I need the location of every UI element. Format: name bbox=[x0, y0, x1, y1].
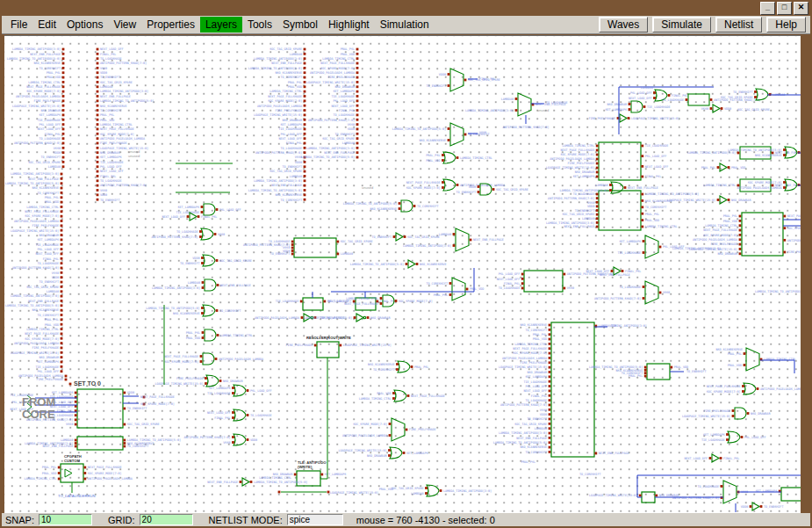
pin[interactable] bbox=[448, 139, 450, 141]
pin[interactable] bbox=[356, 114, 359, 117]
net-label[interactable]: PRAL_PSL bbox=[45, 318, 59, 322]
net-label[interactable]: PRAL_VDD bbox=[470, 287, 484, 291]
net-label[interactable]: TO_CORESHIFT bbox=[579, 473, 601, 476]
menu-item-tools[interactable]: Tools bbox=[242, 17, 277, 33]
pin[interactable] bbox=[61, 365, 63, 368]
annotation-label[interactable]: unused bbox=[128, 154, 140, 158]
pin[interactable] bbox=[549, 324, 551, 327]
pin[interactable] bbox=[643, 297, 645, 300]
net-label[interactable]: TO_LOADSHADE bbox=[663, 98, 685, 102]
pin[interactable] bbox=[596, 167, 599, 170]
net-label[interactable]: PSL_LOAD_OFF bbox=[38, 248, 60, 251]
net-label[interactable]: NSO_DRAWBAR bbox=[41, 109, 61, 112]
pin[interactable] bbox=[61, 177, 63, 180]
pin[interactable] bbox=[739, 229, 742, 232]
pin[interactable] bbox=[466, 288, 469, 291]
net-label[interactable]: NEXT_ENB_FULLPAGE bbox=[516, 437, 547, 440]
net-label[interactable]: VDD0 bbox=[52, 276, 59, 279]
pin[interactable] bbox=[783, 239, 786, 242]
net-label[interactable]: NEXT_PAGE_FULLSHADE bbox=[25, 332, 59, 336]
pin[interactable] bbox=[75, 414, 77, 416]
pin[interactable] bbox=[747, 412, 750, 415]
pin[interactable] bbox=[629, 103, 631, 105]
pin[interactable] bbox=[356, 76, 359, 79]
pin[interactable] bbox=[750, 505, 752, 508]
pin[interactable] bbox=[721, 485, 723, 488]
pin[interactable] bbox=[464, 79, 467, 82]
pin[interactable] bbox=[304, 175, 306, 177]
net-label[interactable]: FINAL_PSL bbox=[531, 394, 547, 398]
net-label[interactable]: ANTIPODO_PAGELOADS_LAMBDA bbox=[550, 157, 594, 161]
net-label[interactable]: LAMBDA_TIMING_ANTIPODO[3:0] bbox=[672, 247, 721, 250]
pin[interactable] bbox=[659, 246, 662, 249]
net-label[interactable]: PRAL_VDD bbox=[45, 323, 59, 327]
pin[interactable] bbox=[304, 137, 306, 140]
pin[interactable] bbox=[62, 137, 65, 140]
pin[interactable] bbox=[356, 137, 359, 140]
net-label[interactable]: NEXT_LOAD_OFF bbox=[100, 47, 124, 51]
pin[interactable] bbox=[61, 361, 63, 364]
net-label[interactable]: SET_LAMBDAPS bbox=[100, 156, 122, 159]
net-label[interactable]: LOADPAGE_TIMING_WRITE[15:0] bbox=[343, 344, 392, 347]
net-label[interactable]: SOC_TAG_GRID_SPARE bbox=[28, 161, 61, 164]
net-label[interactable]: LAMBDA0 bbox=[290, 53, 302, 56]
net-label[interactable]: PRAL_VDD bbox=[288, 85, 302, 89]
pin[interactable] bbox=[356, 151, 359, 154]
pin[interactable] bbox=[549, 390, 551, 393]
pin[interactable] bbox=[97, 147, 99, 149]
pin[interactable] bbox=[596, 217, 599, 220]
net-label[interactable]: SOC_TAG_GRID_SPARE bbox=[341, 240, 373, 243]
net-label[interactable]: LOADPAGE_TIMING_WRITE[15:0] bbox=[338, 449, 386, 452]
pin[interactable] bbox=[97, 109, 99, 112]
net-label[interactable]: TIE_LOADSHADE bbox=[35, 243, 59, 247]
pin[interactable] bbox=[726, 433, 729, 436]
net-label[interactable]: NEXT_PAGE_FULLSHADE bbox=[26, 85, 61, 89]
pin[interactable] bbox=[201, 211, 204, 213]
pin[interactable] bbox=[643, 105, 646, 108]
net-label[interactable]: TIE_LOADSHADE bbox=[617, 251, 641, 255]
pin[interactable] bbox=[304, 123, 306, 126]
net-label[interactable]: FIRE_PSELFSHADE bbox=[710, 242, 737, 246]
pin[interactable] bbox=[61, 262, 63, 264]
net-label[interactable]: LAMBDA_TIMING_TO_ANTIPODO[5:0] bbox=[343, 202, 397, 206]
pin[interactable] bbox=[411, 365, 413, 368]
net-label[interactable]: ANTIPODO_PAGELOADS_LAMBDA bbox=[14, 342, 59, 345]
net-label[interactable]: VDD0 bbox=[587, 205, 594, 208]
gate-mux[interactable] bbox=[392, 418, 405, 441]
net-label[interactable]: ANTIPODO_PATTERN_SHAD[7:0] bbox=[500, 403, 547, 407]
net-label[interactable]: ANTIPODO_PATTERN_SHAD[7:0] bbox=[672, 496, 719, 500]
pin[interactable] bbox=[304, 57, 306, 60]
net-label[interactable]: ANTIPODO_PAGELOADS_LAMBDA bbox=[737, 186, 781, 190]
net-label[interactable]: FINAL_PSL bbox=[339, 109, 355, 112]
pin[interactable] bbox=[596, 193, 599, 196]
net-label[interactable]: NEXT_PAGE_FULLSHADE bbox=[88, 466, 122, 469]
net-label[interactable]: SET_LAMBDAPS bbox=[52, 391, 74, 394]
net-label[interactable]: TIE_LOADSHADE bbox=[278, 127, 302, 131]
net-label[interactable]: SOC_SPARE_MODE[7:0] bbox=[25, 337, 59, 341]
pin[interactable] bbox=[62, 53, 65, 55]
schematic-block[interactable] bbox=[742, 213, 783, 256]
schematic-svg[interactable]: LAMBDA_TIMING_ANTIPODO[3:0]NEXT_ENB_FULL… bbox=[4, 36, 801, 513]
net-label[interactable]: TO_CORESHIFT bbox=[100, 109, 122, 112]
pin[interactable] bbox=[739, 243, 742, 246]
pin[interactable] bbox=[596, 171, 599, 174]
net-label[interactable]: LOADPAGE_TIMING_WRITE[15:0] bbox=[304, 316, 352, 320]
pin[interactable] bbox=[739, 238, 742, 241]
net-label[interactable]: FINAL_PSL bbox=[43, 257, 59, 261]
pin[interactable] bbox=[741, 436, 744, 438]
pin[interactable] bbox=[304, 67, 306, 69]
pin[interactable] bbox=[97, 57, 99, 60]
net-label[interactable]: LOADPAGE_TIMING_WRITE[15:0] bbox=[667, 199, 715, 202]
net-label[interactable]: TIE_LOADSHADE bbox=[645, 144, 669, 148]
net-label[interactable]: VDD0 bbox=[741, 505, 748, 509]
pin[interactable] bbox=[549, 399, 551, 401]
net-label[interactable]: NEXT_LOAD_OFF bbox=[684, 457, 708, 460]
pin[interactable] bbox=[709, 457, 712, 459]
pin[interactable] bbox=[783, 186, 786, 189]
net-label[interactable]: LAMBDA_TIMING_ANTIPODO[3:0] bbox=[306, 147, 355, 150]
net-label[interactable]: FIRE_PSELFSHADE bbox=[787, 250, 801, 254]
titlebar[interactable]: _ □ ✕ bbox=[0, 0, 812, 16]
pin[interactable] bbox=[291, 253, 294, 256]
net-label[interactable]: LAMBDA_TIMING_ANTIPODO[3:0] bbox=[100, 90, 148, 93]
net-label[interactable]: NEXT_ENB_FULLPAGE bbox=[30, 53, 61, 56]
